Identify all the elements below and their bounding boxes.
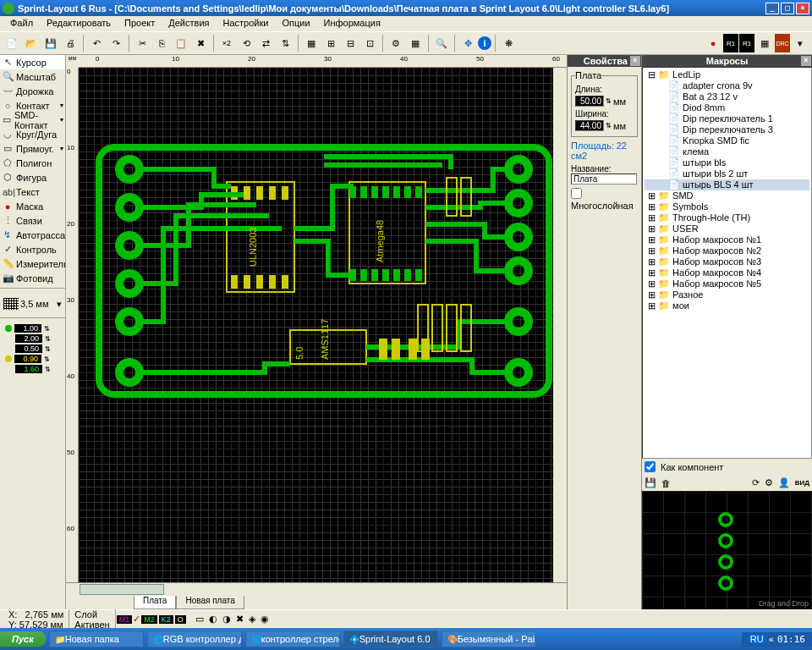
open-icon[interactable]: 📂 bbox=[22, 34, 41, 52]
tool-Автотрасса[interactable]: ↯Автотрасса bbox=[0, 228, 65, 242]
tool-Текст[interactable]: ab|Текст bbox=[0, 185, 65, 199]
multilayer-checkbox[interactable] bbox=[571, 188, 582, 199]
tool-SMD-Контакт[interactable]: ▭SMD-Контакт▾ bbox=[0, 113, 65, 127]
width-1[interactable]: 1.00 bbox=[14, 324, 41, 333]
taskbar-item[interactable]: 💠 Sprint-Layout 6.0 bbox=[343, 631, 438, 647]
width-input[interactable] bbox=[575, 120, 604, 131]
pad-shape-icon[interactable] bbox=[5, 325, 12, 332]
new-icon[interactable]: 📄 bbox=[3, 34, 21, 52]
r1-icon[interactable]: R1 bbox=[723, 34, 738, 52]
grid-icon[interactable]: ▦ bbox=[406, 34, 425, 52]
system-tray[interactable]: RU « 01:16 bbox=[742, 632, 812, 647]
tool-Прямоуг.[interactable]: ▭Прямоуг.▾ bbox=[0, 141, 65, 156]
minimize-button[interactable]: _ bbox=[765, 3, 779, 14]
tool-icon[interactable]: ◐ bbox=[209, 614, 217, 625]
remove-icon[interactable]: ⊟ bbox=[341, 34, 359, 52]
width-5[interactable]: 1.60 bbox=[15, 365, 42, 373]
save-icon[interactable]: 💾 bbox=[645, 477, 656, 488]
width-2[interactable]: 2.00 bbox=[15, 334, 42, 343]
grid-dropdown-icon[interactable]: ▾ bbox=[57, 299, 62, 310]
x2-icon[interactable]: ×2 bbox=[217, 34, 236, 52]
taskbar-item[interactable]: 🌐 RGB контроллер для по... bbox=[147, 631, 242, 647]
gear-icon[interactable]: ⚙ bbox=[765, 477, 773, 488]
tool-icon[interactable]: ✖ bbox=[236, 614, 244, 625]
close-icon[interactable]: × bbox=[801, 56, 811, 66]
width-4[interactable]: 0.90 bbox=[14, 355, 41, 363]
stepper-icon[interactable]: ⇅ bbox=[45, 366, 51, 373]
scrollbar-vertical[interactable] bbox=[553, 68, 567, 582]
tool-Фотовид[interactable]: 📷Фотовид bbox=[0, 271, 65, 285]
move-icon[interactable]: ✥ bbox=[458, 34, 477, 52]
refresh-icon[interactable]: ⟳ bbox=[752, 477, 760, 488]
menu-edit[interactable]: Редактировать bbox=[40, 16, 118, 31]
undo-icon[interactable]: ↶ bbox=[87, 34, 106, 52]
mirror-v-icon[interactable]: ⇅ bbox=[276, 34, 294, 52]
tool-Маска[interactable]: ●Маска bbox=[0, 199, 65, 213]
layer-o[interactable]: О bbox=[175, 615, 186, 624]
tool-Фигура[interactable]: ⬡Фигура bbox=[0, 170, 65, 185]
search-icon[interactable]: 🔍 bbox=[432, 34, 451, 52]
align-icon[interactable]: ▦ bbox=[302, 34, 321, 52]
menu-project[interactable]: Проект bbox=[118, 16, 162, 31]
cut-icon[interactable]: ✂ bbox=[133, 34, 151, 52]
layer-m2[interactable]: M2 bbox=[141, 615, 157, 624]
close-icon[interactable]: × bbox=[630, 56, 640, 66]
tool-icon[interactable]: ◉ bbox=[261, 614, 269, 625]
name-input[interactable] bbox=[571, 174, 637, 185]
stepper-icon[interactable]: ⇅ bbox=[45, 345, 51, 353]
maximize-button[interactable]: □ bbox=[781, 3, 794, 14]
view-icon[interactable]: 👤 bbox=[778, 477, 790, 488]
tool-Дорожка[interactable]: 〰Дорожка bbox=[0, 84, 65, 98]
via-shape-icon[interactable] bbox=[5, 355, 12, 362]
taskbar-item[interactable]: 📁 Новая папка bbox=[49, 631, 144, 647]
taskbar-item[interactable]: 🎨 Безымянный - Paint bbox=[442, 631, 536, 647]
tab-board-1[interactable]: Плата bbox=[134, 596, 176, 609]
menu-actions[interactable]: Действия bbox=[162, 16, 216, 31]
tool-Контроль[interactable]: ✓Контроль bbox=[0, 242, 65, 256]
tool-icon[interactable]: ▭ bbox=[195, 614, 204, 625]
delete-icon[interactable]: 🗑 bbox=[661, 478, 671, 488]
pcb-canvas[interactable]: ULN2003 Atmega48 AMS1117 5.0 bbox=[79, 68, 553, 582]
r1b-icon[interactable]: R1 bbox=[739, 34, 754, 52]
copy-icon[interactable]: ⎘ bbox=[152, 34, 171, 52]
tool-Масштаб[interactable]: 🔍Масштаб bbox=[0, 69, 65, 84]
drc-icon[interactable]: DRC bbox=[775, 34, 790, 52]
gear-icon[interactable]: ⚙ bbox=[387, 34, 405, 52]
layer-m1[interactable]: M1 bbox=[117, 615, 133, 624]
start-button[interactable]: Пуск bbox=[0, 631, 46, 647]
tool-Полигон[interactable]: ⬠Полигон bbox=[0, 156, 65, 170]
taskbar-item[interactable]: 🌐 контроллер стрелок и ... bbox=[245, 631, 340, 647]
mirror-h-icon[interactable]: ⇄ bbox=[256, 34, 275, 52]
width-3[interactable]: 0.50 bbox=[15, 344, 42, 353]
close-button[interactable]: × bbox=[796, 3, 809, 14]
rotate-icon[interactable]: ⟲ bbox=[237, 34, 255, 52]
menu-file[interactable]: Файл bbox=[3, 16, 40, 31]
redo-icon[interactable]: ↷ bbox=[107, 34, 125, 52]
tab-board-2[interactable]: Новая плата bbox=[176, 596, 244, 609]
tool-Измеритель[interactable]: 📏Измеритель bbox=[0, 256, 65, 271]
layer-k2[interactable]: K2 bbox=[159, 615, 173, 624]
menu-settings[interactable]: Настройки bbox=[216, 16, 275, 31]
info-icon[interactable]: i bbox=[478, 36, 491, 50]
record-icon[interactable]: ● bbox=[704, 34, 722, 52]
menu-options[interactable]: Опции bbox=[275, 16, 316, 31]
macros-tree[interactable]: ⊟ 📁 LedLip📄 adapter crona 9v📄 Bat a 23 1… bbox=[642, 67, 812, 459]
length-input[interactable] bbox=[575, 96, 604, 107]
as-component-checkbox[interactable] bbox=[645, 461, 656, 472]
overlay-icon[interactable]: ▦ bbox=[755, 34, 774, 52]
tool-icon[interactable]: ◈ bbox=[249, 614, 255, 625]
stepper-icon[interactable]: ⇅ bbox=[45, 335, 51, 343]
dropdown-icon[interactable]: ▾ bbox=[791, 34, 809, 52]
scrollbar-horizontal[interactable] bbox=[66, 582, 567, 596]
tool-Связи[interactable]: ⋮Связи bbox=[0, 213, 65, 228]
print-icon[interactable]: 🖨 bbox=[61, 34, 80, 52]
tool-icon[interactable]: ◑ bbox=[222, 614, 231, 625]
save-icon[interactable]: 💾 bbox=[41, 34, 60, 52]
preferences-icon[interactable]: ❋ bbox=[499, 34, 518, 52]
stepper-icon[interactable]: ⇅ bbox=[44, 325, 50, 333]
menu-info[interactable]: Информация bbox=[317, 16, 387, 31]
delete-icon[interactable]: ✖ bbox=[191, 34, 210, 52]
tool-Круг/Дуга[interactable]: ◡Круг/Дуга bbox=[0, 127, 65, 141]
snap-icon[interactable]: ⊞ bbox=[321, 34, 340, 52]
paste-icon[interactable]: 📋 bbox=[172, 34, 190, 52]
